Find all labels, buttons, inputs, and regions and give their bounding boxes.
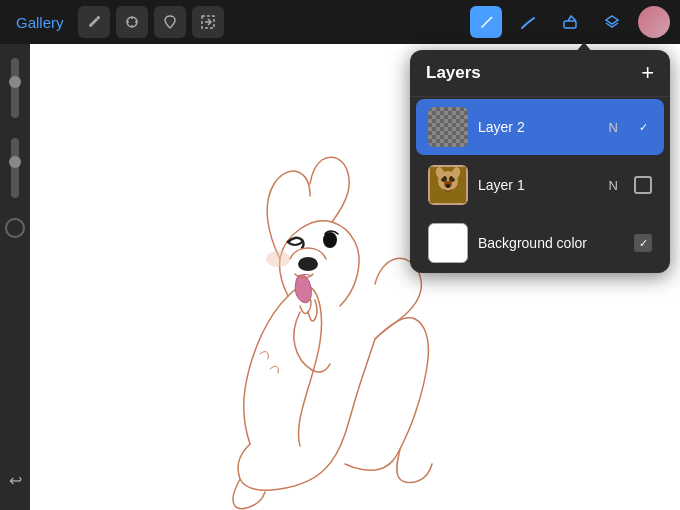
layer1-name: Layer 1 [478, 177, 599, 193]
background-color-swatch [428, 223, 468, 263]
brush-size-slider[interactable] [11, 58, 19, 118]
background-visibility[interactable] [634, 234, 652, 252]
svg-rect-1 [564, 21, 576, 28]
add-layer-button[interactable]: + [641, 62, 654, 84]
transform-button[interactable] [192, 6, 224, 38]
layer2-visibility[interactable] [634, 118, 652, 136]
layer2-thumbnail [428, 107, 468, 147]
layer-item-layer2[interactable]: Layer 2 N [416, 99, 664, 155]
layer2-name: Layer 2 [478, 119, 599, 135]
brush-opacity-slider[interactable] [11, 138, 19, 198]
wrench-button[interactable] [78, 6, 110, 38]
layers-toggle-button[interactable] [596, 6, 628, 38]
layer-item-background[interactable]: Background color [416, 215, 664, 271]
svg-point-10 [446, 184, 451, 188]
layers-header: Layers + [410, 50, 670, 97]
pen-tool-button[interactable] [470, 6, 502, 38]
smudge-tool-button[interactable] [512, 6, 544, 38]
layer1-visibility[interactable] [634, 176, 652, 194]
layers-panel-title: Layers [426, 63, 481, 83]
layers-panel: Layers + Layer 2 N Layer 1 [410, 50, 670, 273]
undo-button[interactable]: ↩ [9, 471, 22, 490]
layer2-blend: N [609, 120, 618, 135]
layer1-blend: N [609, 178, 618, 193]
layer1-thumbnail [428, 165, 468, 205]
top-toolbar: Gallery [0, 0, 680, 44]
svg-point-4 [266, 251, 290, 267]
selection-button[interactable] [154, 6, 186, 38]
eraser-tool-button[interactable] [554, 6, 586, 38]
color-picker[interactable] [5, 218, 25, 238]
gallery-button[interactable]: Gallery [10, 14, 70, 31]
toolbar-right [470, 6, 670, 38]
left-sidebar: ↩ [0, 44, 30, 510]
panel-pointer [576, 42, 592, 52]
toolbar-icons [78, 6, 224, 38]
background-name: Background color [478, 235, 624, 251]
avatar[interactable] [638, 6, 670, 38]
svg-point-3 [298, 257, 318, 271]
adjust-button[interactable] [116, 6, 148, 38]
layer-item-layer1[interactable]: Layer 1 N [416, 157, 664, 213]
